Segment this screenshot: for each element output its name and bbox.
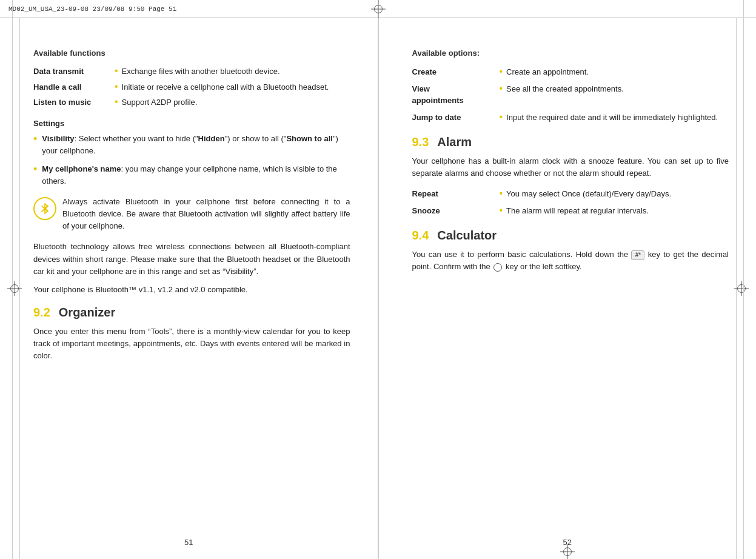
table-row: Jump to date •Input the required date an… xyxy=(412,109,729,126)
option-desc-0: •Create an appointment. xyxy=(497,64,729,81)
func-term-0: Data transmit xyxy=(33,64,112,79)
alarm-bullet-0: • xyxy=(500,188,503,198)
options-bullet-2: • xyxy=(500,112,503,122)
option-desc-1: •See all the created appointments. xyxy=(497,81,729,109)
bullet-icon-2: • xyxy=(115,96,118,107)
top-crosshair xyxy=(371,0,386,18)
section-93-body: Your cellphone has a built-in alarm cloc… xyxy=(412,155,729,179)
hash-key-icon: #* xyxy=(631,250,644,260)
alarm-term-1: Snooze xyxy=(412,203,497,219)
alarm-desc-0: •You may select Once (default)/Every day… xyxy=(497,186,729,203)
options-table: Create •Create an appointment. Viewappoi… xyxy=(412,64,729,126)
list-item: • Visibility: Select whether you want to… xyxy=(33,133,350,157)
note-text: Always activate Bluetooth in your cellph… xyxy=(62,196,350,232)
section-94-name: Calculator xyxy=(437,229,497,243)
bullet-dot-1: • xyxy=(33,163,37,176)
table-row: Handle a call •Initiate or receive a cel… xyxy=(33,79,350,95)
func-desc-0: •Exchange files with another bluetooth d… xyxy=(112,64,350,79)
alarm-desc-1: •The alarm will repeat at regular interv… xyxy=(497,203,729,219)
section-94-num: 9.4 xyxy=(412,229,429,243)
section-93-heading: 9.3 Alarm xyxy=(412,135,729,149)
body-paragraph-2: Your cellphone is Bluetooth™ v1.1, v1.2 … xyxy=(33,284,350,296)
table-row: Listen to music •Support A2DP profile. xyxy=(33,95,350,110)
alarm-table: Repeat •You may select Once (default)/Ev… xyxy=(412,186,729,219)
settings-item-1-text: My cellphone's name: you may change your… xyxy=(42,163,350,187)
page-number-left: 51 xyxy=(184,538,193,547)
pages-wrapper: Available functions Data transmit •Excha… xyxy=(0,18,756,559)
table-row: Repeat •You may select Once (default)/Ev… xyxy=(412,186,729,203)
option-term-0: Create xyxy=(412,64,497,81)
func-term-2: Listen to music xyxy=(33,95,112,110)
option-desc-2: •Input the required date and it will be … xyxy=(497,109,729,126)
top-bar-text: MD02_UM_USA_23-09-08 23/09/08 9:50 Page … xyxy=(8,5,176,13)
alarm-term-0: Repeat xyxy=(412,186,497,203)
section-93-num: 9.3 xyxy=(412,135,429,149)
bluetooth-svg xyxy=(38,202,52,215)
bluetooth-icon xyxy=(33,197,56,220)
table-row: Data transmit •Exchange files with anoth… xyxy=(33,64,350,79)
section-93-name: Alarm xyxy=(437,135,472,149)
right-page-crosshair xyxy=(734,281,749,296)
circle-key-icon xyxy=(493,263,502,272)
page-right: Available options: Create •Create an app… xyxy=(379,18,757,559)
alarm-bullet-1: • xyxy=(500,205,503,215)
section-92-num: 9.2 xyxy=(33,306,50,320)
left-page-crosshair xyxy=(7,281,22,296)
options-bullet-1: • xyxy=(500,83,503,93)
settings-item-0-text: Visibility: Select whether you want to h… xyxy=(42,133,350,157)
options-bullet-0: • xyxy=(500,66,503,76)
table-row: Viewappointments •See all the created ap… xyxy=(412,81,729,109)
section-94-heading: 9.4 Calculator xyxy=(412,229,729,243)
func-desc-1: •Initiate or receive a cellphone call wi… xyxy=(112,79,350,95)
section-94-body: You can use it to perform basic calculat… xyxy=(412,249,729,273)
option-term-2: Jump to date xyxy=(412,109,497,126)
page-number-right: 52 xyxy=(563,538,572,547)
note-box: Always activate Bluetooth in your cellph… xyxy=(33,196,350,232)
available-functions-title: Available functions xyxy=(33,49,350,58)
option-term-1: Viewappointments xyxy=(412,81,497,109)
bullet-icon-1: • xyxy=(115,81,118,92)
table-row: Snooze •The alarm will repeat at regular… xyxy=(412,203,729,219)
body-paragraph-1: Bluetooth technology allows free wireles… xyxy=(33,241,350,277)
available-options-title: Available options: xyxy=(412,49,729,58)
right-edge-line xyxy=(743,0,744,559)
section-92-heading: 9.2 Organizer xyxy=(33,306,350,320)
func-desc-2: •Support A2DP profile. xyxy=(112,95,350,110)
bullet-icon-0: • xyxy=(115,65,118,76)
func-term-1: Handle a call xyxy=(33,79,112,95)
section-92-name: Organizer xyxy=(59,306,115,320)
list-item: • My cellphone's name: you may change yo… xyxy=(33,163,350,187)
section-92-body: Once you enter this menu from “Tools”, t… xyxy=(33,326,350,362)
table-row: Create •Create an appointment. xyxy=(412,64,729,81)
top-bar: MD02_UM_USA_23-09-08 23/09/08 9:50 Page … xyxy=(0,0,756,18)
page-left: Available functions Data transmit •Excha… xyxy=(0,18,378,559)
bullet-dot-0: • xyxy=(33,133,37,146)
functions-table: Data transmit •Exchange files with anoth… xyxy=(33,64,350,110)
settings-title: Settings xyxy=(33,119,350,128)
